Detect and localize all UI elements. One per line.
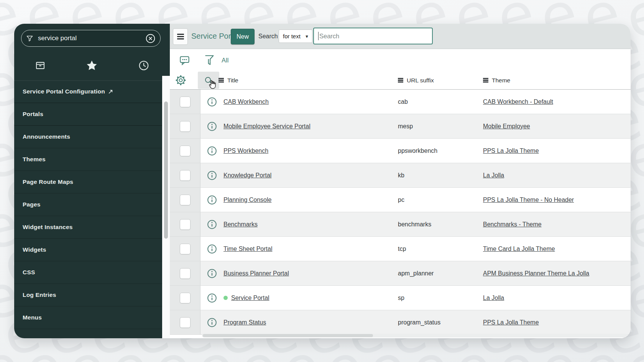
row-select-cell [170, 237, 200, 261]
search-type-value: for text [283, 33, 305, 39]
theme-link[interactable]: CAB Workbench - Default [483, 98, 553, 105]
sidebar-nav-item[interactable]: Page Route Maps [14, 171, 162, 193]
table-row: Mobile Employee Service Portal mesp Mobi… [170, 114, 631, 139]
table-row: Program Status program_status PPS La Jol… [170, 310, 631, 335]
row-select-cell [170, 139, 200, 163]
list-context-menu-button[interactable] [173, 28, 188, 45]
screen: eeeeeeeeeeeeeeeeeeeeeeeeeeeeeeeeeeeeeeee… [0, 0, 644, 362]
row-info-cell [200, 139, 223, 163]
sidebar-nav-item[interactable]: Announcements [14, 126, 162, 148]
info-icon[interactable] [207, 170, 217, 181]
row-theme-cell: La Jolla [483, 286, 631, 310]
row-checkbox[interactable] [180, 146, 191, 156]
column-header-url-suffix[interactable]: URL suffix [398, 71, 434, 89]
sidebar-item-label: Portals [23, 111, 43, 118]
title-link[interactable]: Mobile Employee Service Portal [223, 123, 310, 130]
row-title-cell: Business Planner Portal [223, 261, 398, 285]
title-link[interactable]: PPS Workbench [223, 147, 268, 154]
title-link[interactable]: Service Portal [231, 295, 269, 301]
info-icon[interactable] [207, 317, 217, 328]
row-checkbox[interactable] [180, 121, 191, 132]
sidebar-nav-item[interactable]: Portals [14, 103, 162, 126]
sidebar-nav-item[interactable]: Widget Instances [14, 216, 162, 239]
row-checkbox[interactable] [180, 97, 191, 107]
sidebar-nav-item[interactable]: CSS [14, 261, 162, 284]
sidebar-item-label: Service Portal Configuration [23, 88, 105, 95]
row-url-suffix-cell: cab [398, 90, 483, 114]
theme-link[interactable]: PPS La Jolla Theme [483, 147, 539, 154]
theme-link[interactable]: Benchmarks - Theme [483, 221, 542, 228]
column-menu-icon [483, 80, 488, 81]
theme-link[interactable]: Mobile Employee [483, 123, 530, 130]
row-select-cell [170, 310, 200, 334]
url-suffix-text: apm_planner [398, 270, 434, 277]
horizontal-scrollbar[interactable] [202, 334, 628, 337]
title-link[interactable]: Knowledge Portal [223, 172, 271, 179]
theme-link[interactable]: PPS La Jolla Theme [483, 319, 539, 326]
navigator-filter[interactable] [21, 30, 161, 47]
row-theme-cell: Mobile Employee [483, 114, 631, 138]
row-checkbox[interactable] [180, 219, 191, 230]
row-checkbox[interactable] [180, 268, 191, 279]
title-link[interactable]: CAB Workbench [223, 98, 269, 105]
tab-favorites[interactable] [66, 51, 118, 80]
personalize-gear-icon[interactable] [175, 74, 187, 86]
row-checkbox[interactable] [180, 195, 191, 205]
navigator-tabs [14, 51, 170, 81]
title-link[interactable]: Time Sheet Portal [223, 246, 272, 252]
row-checkbox[interactable] [180, 293, 191, 303]
theme-link[interactable]: APM Business Planner Theme La Jolla [483, 270, 589, 277]
sidebar-nav-item[interactable]: Themes [14, 148, 162, 171]
info-icon[interactable] [207, 146, 217, 156]
info-icon[interactable] [207, 219, 217, 230]
column-header-theme[interactable]: Theme [483, 71, 510, 89]
title-link[interactable]: Benchmarks [223, 221, 258, 228]
horizontal-scrollbar-thumb[interactable] [203, 334, 373, 337]
info-icon[interactable] [207, 97, 217, 107]
title-link[interactable]: Program Status [223, 319, 266, 326]
sidebar-nav-item[interactable]: Log Entries [14, 284, 162, 306]
row-url-suffix-cell: kb [398, 163, 483, 187]
theme-link[interactable]: La Jolla [483, 295, 504, 301]
row-select-cell [170, 188, 200, 212]
sidebar-item-service-portal-configuration[interactable]: Service Portal Configuration [14, 80, 162, 103]
row-title-cell: Knowledge Portal [223, 163, 398, 187]
theme-link[interactable]: PPS La Jolla Theme - No Header [483, 197, 574, 203]
navigator-filter-input[interactable] [37, 34, 145, 43]
info-icon[interactable] [207, 268, 217, 279]
sidebar-nav-item[interactable]: Menus [14, 306, 162, 329]
info-icon[interactable] [207, 195, 217, 205]
search-type-select[interactable]: for text ▼ [279, 29, 312, 43]
search-input[interactable] [319, 32, 432, 40]
info-icon[interactable] [207, 121, 217, 132]
theme-link[interactable]: Time Card La Jolla Theme [483, 246, 555, 252]
list-filter-funnel-icon[interactable] [204, 54, 215, 66]
column-search-toggle[interactable] [198, 72, 219, 89]
sidebar-nav-item[interactable]: Widgets [14, 239, 162, 261]
row-checkbox[interactable] [180, 244, 191, 254]
sidebar-item-label: Page Route Maps [23, 179, 73, 185]
row-title-cell: PPS Workbench [223, 139, 398, 163]
row-checkbox[interactable] [180, 170, 191, 181]
row-checkbox[interactable] [180, 317, 191, 328]
clear-filter-icon[interactable] [145, 33, 156, 44]
row-info-cell [200, 261, 223, 285]
row-url-suffix-cell: pc [398, 188, 483, 212]
tab-all-applications[interactable] [14, 51, 66, 80]
sidebar-item-label: Menus [23, 314, 42, 321]
sidebar-scrollbar[interactable] [162, 76, 170, 338]
row-theme-cell: Time Card La Jolla Theme [483, 237, 631, 261]
title-link[interactable]: Business Planner Portal [223, 270, 289, 277]
column-header-title[interactable]: Title [219, 71, 238, 89]
comments-bubble-icon[interactable] [179, 55, 190, 66]
title-link[interactable]: Planning Console [223, 197, 271, 203]
info-icon[interactable] [207, 244, 217, 254]
sidebar-nav-item[interactable]: Pages [14, 193, 162, 216]
sidebar-scrollbar-thumb[interactable] [164, 102, 168, 239]
new-button[interactable]: New [231, 29, 255, 44]
row-url-suffix-cell: sp [398, 286, 483, 310]
info-icon[interactable] [207, 293, 217, 303]
theme-link[interactable]: La Jolla [483, 172, 504, 179]
breadcrumb-all[interactable]: All [222, 49, 228, 71]
navigation-sidebar: Service Portal Configuration Portals Ann… [14, 24, 170, 338]
